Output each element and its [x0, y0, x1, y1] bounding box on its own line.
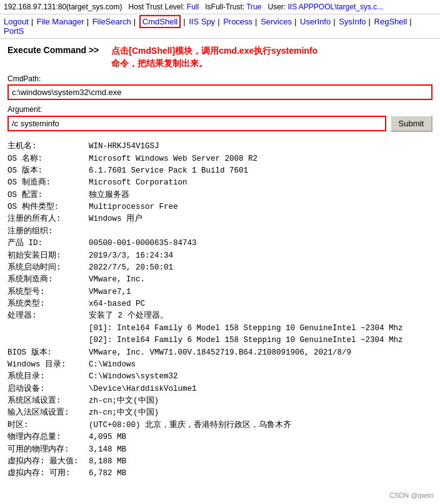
nav-regshell[interactable]: RegShell	[374, 17, 408, 26]
output-label: OS 制造商:	[8, 177, 89, 189]
output-value: 安装了 2 个处理器。	[89, 310, 168, 322]
output-row: 处理器:安装了 2 个处理器。	[8, 310, 432, 322]
output-value: Multiprocessor Free	[89, 201, 178, 213]
output-label: 产品 ID:	[8, 238, 89, 249]
output-label: 注册的所有人:	[8, 213, 89, 225]
execute-heading: Execute Command >>	[8, 45, 99, 55]
output-label: 物理内存总量:	[8, 431, 89, 443]
output-label: 时区:	[8, 420, 89, 431]
output-value: (UTC+08:00) 北京，重庆，香港特别行政区，乌鲁木齐	[89, 420, 291, 431]
output-row: OS 制造商:Microsoft Corporation	[8, 177, 432, 189]
output-row: 系统型号:VMware7,1	[8, 286, 432, 298]
argument-input[interactable]	[8, 116, 386, 131]
output-label: 系统目录:	[8, 371, 89, 383]
nav-ports[interactable]: PortS	[4, 26, 24, 36]
output-row: 系统区域设置:zh-cn;中文(中国)	[8, 395, 432, 407]
nav-filemanager[interactable]: File Manager	[37, 17, 84, 26]
output-value: zh-cn;中文(中国)	[89, 395, 159, 407]
output-value: 8,188 MB	[89, 456, 126, 468]
output-value: C:\Windows\system32	[89, 371, 178, 383]
nav-iispy[interactable]: IIS Spy	[189, 17, 215, 26]
output-row: 虚拟内存: 可用:6,782 MB	[8, 468, 432, 480]
output-label: OS 配置:	[8, 189, 89, 201]
nav-logout[interactable]: Logout	[4, 17, 29, 26]
output-label: 可用的物理内存:	[8, 444, 89, 456]
output-section: 主机名:WIN-HRKJ54V1GSJOS 名称:Microsoft Windo…	[8, 141, 432, 480]
output-label: 处理器:	[8, 310, 89, 322]
output-row: OS 构件类型:Multiprocessor Free	[8, 201, 432, 213]
argument-row: Submit	[8, 115, 432, 132]
nav-process[interactable]: Process	[223, 17, 252, 26]
user-label: User:	[268, 3, 286, 11]
output-label: 系统制造商:	[8, 274, 89, 286]
output-row: 系统类型:x64-based PC	[8, 298, 432, 310]
argument-section: Argument: Submit	[8, 105, 432, 132]
output-value: 6,782 MB	[89, 468, 126, 480]
output-label: 主机名:	[8, 141, 89, 153]
output-value: C:\Windows	[89, 359, 136, 371]
cmdpath-input[interactable]	[8, 84, 432, 100]
output-row: 产品 ID:00500-001-0000635-84743	[8, 238, 432, 249]
output-label: 注册的组织:	[8, 226, 89, 238]
output-label: 虚拟内存: 可用:	[8, 468, 89, 480]
nav-bar: Logout| File Manager| FileSearch| CmdShe…	[0, 14, 440, 39]
nav-services[interactable]: Services	[261, 17, 292, 26]
output-value: VMware, Inc. VMW71.00V.18452719.B64.2108…	[89, 347, 351, 359]
output-value: VMware7,1	[89, 286, 131, 298]
trust-value: Full	[187, 3, 199, 11]
output-value: \Device\HarddiskVolume1	[89, 383, 197, 395]
output-row: 可用的物理内存:3,148 MB	[8, 444, 432, 456]
output-value: Windows 用户	[89, 213, 142, 225]
output-row: 主机名:WIN-HRKJ54V1GSJ	[8, 141, 432, 153]
output-value: VMware, Inc.	[89, 274, 145, 286]
output-row: OS 名称:Microsoft Windows Web Server 2008 …	[8, 153, 432, 165]
output-label: 启动设备:	[8, 383, 89, 395]
output-value: zh-cn;中文(中国)	[89, 407, 159, 419]
output-row: OS 版本:6.1.7601 Service Pack 1 Build 7601	[8, 165, 432, 177]
output-value: x64-based PC	[89, 298, 145, 310]
output-label	[8, 323, 89, 335]
output-label: 系统启动时间:	[8, 262, 89, 274]
output-label: 输入法区域设置:	[8, 407, 89, 419]
output-label: OS 版本:	[8, 165, 89, 177]
output-label: 初始安装日期:	[8, 250, 89, 262]
nav-sysinfo[interactable]: SysInfo	[339, 17, 366, 26]
nav-userinfo[interactable]: UserInfo	[300, 17, 331, 26]
output-label: OS 名称:	[8, 153, 89, 165]
nav-filesearch[interactable]: FileSearch	[92, 17, 131, 26]
output-label: 系统型号:	[8, 286, 89, 298]
output-label: 虚拟内存: 最大值:	[8, 456, 89, 468]
trust-label: Host Trust Level:	[128, 3, 184, 11]
cmdpath-label: CmdPath:	[8, 74, 432, 83]
top-bar: 192.168.97.131:80(target_sys.com) Host T…	[0, 0, 440, 14]
output-value: WIN-HRKJ54V1GSJ	[89, 141, 159, 153]
output-row: 物理内存总量:4,095 MB	[8, 431, 432, 443]
annotation-text: 点击[CmdShell]模块，调用cmd.exe执行systeminfo 命令，…	[111, 45, 318, 69]
output-row: BIOS 版本:VMware, Inc. VMW71.00V.18452719.…	[8, 347, 432, 359]
output-row: 时区:(UTC+08:00) 北京，重庆，香港特别行政区，乌鲁木齐	[8, 420, 432, 431]
output-value: 3,148 MB	[89, 444, 126, 456]
user-value: IIS APPPOOL\target_sys.c...	[288, 3, 384, 11]
output-value: [01]: Intel64 Family 6 Model 158 Steppin…	[89, 323, 403, 335]
submit-button[interactable]: Submit	[390, 115, 432, 132]
output-label: 系统类型:	[8, 298, 89, 310]
cmdpath-section: CmdPath:	[8, 74, 432, 100]
nav-cmdshell[interactable]: CmdShell	[139, 15, 181, 28]
output-row: 系统目录:C:\Windows\system32	[8, 371, 432, 383]
argument-label: Argument:	[8, 105, 432, 114]
ip-display: 192.168.97.131:80(target_sys.com)	[4, 3, 122, 11]
output-label: OS 构件类型:	[8, 201, 89, 213]
output-row: 输入法区域设置:zh-cn;中文(中国)	[8, 407, 432, 419]
output-value: 4,095 MB	[89, 431, 126, 443]
output-label: BIOS 版本:	[8, 347, 89, 359]
output-row: [02]: Intel64 Family 6 Model 158 Steppin…	[8, 335, 432, 346]
output-value: Microsoft Windows Web Server 2008 R2	[89, 153, 258, 165]
output-label: 系统区域设置:	[8, 395, 89, 407]
output-row: 启动设备:\Device\HarddiskVolume1	[8, 383, 432, 395]
output-value: 独立服务器	[89, 189, 129, 201]
heading-row: Execute Command >> 点击[CmdShell]模块，调用cmd.…	[8, 45, 432, 69]
output-value: 2022/7/5, 20:50:01	[89, 262, 173, 274]
main-content: Execute Command >> 点击[CmdShell]模块，调用cmd.…	[0, 39, 440, 486]
output-label: Windows 目录:	[8, 359, 89, 371]
isfull-value: True	[246, 3, 261, 11]
